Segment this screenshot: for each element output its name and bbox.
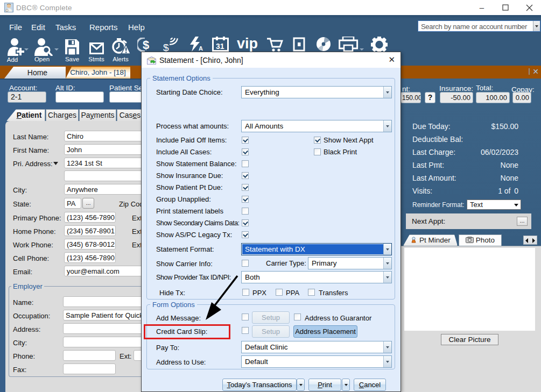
svg-text:$: $ (143, 38, 149, 52)
svg-text:31: 31 (216, 42, 224, 51)
svg-text:A: A (199, 45, 203, 52)
svg-text:$: $ (163, 42, 169, 52)
